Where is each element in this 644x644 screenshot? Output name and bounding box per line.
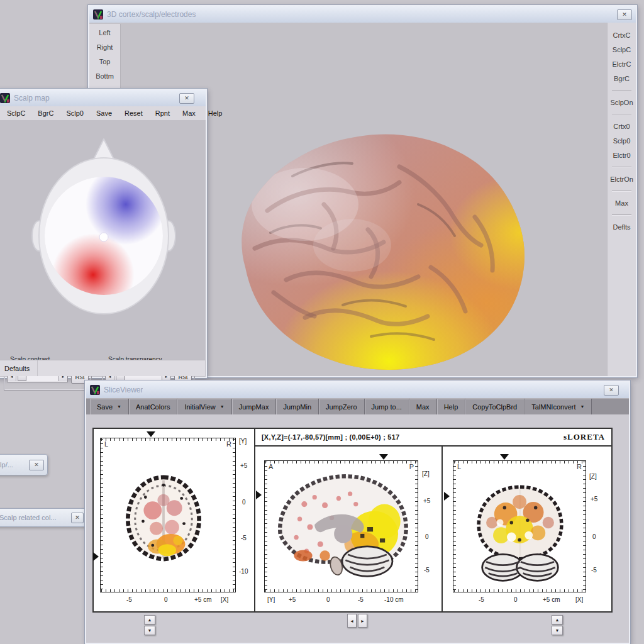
spin-right-icon[interactable]: ► <box>358 614 367 628</box>
scalp-map-titlebar[interactable]: Scalp map ✕ <box>0 90 206 106</box>
menu-jumpzero[interactable]: JumpZero <box>319 399 365 414</box>
max-button[interactable]: Max <box>608 196 636 210</box>
menu-initialview[interactable]: InitialView▼ <box>177 399 231 414</box>
scalp-topography-map[interactable] <box>31 129 176 318</box>
scalp-opacity-button[interactable]: Sclp0 <box>608 133 636 148</box>
coronal-cursor-marker-right[interactable] <box>444 492 450 501</box>
axial-right-marker: R <box>226 440 231 448</box>
scalp-map-menubar: SclpC BgrC Sclp0 Save Reset Rpnt Max Hel… <box>0 106 206 121</box>
axial-cursor-marker-down[interactable] <box>147 431 155 437</box>
view-right-button[interactable]: Right <box>89 40 120 54</box>
menu-max[interactable]: Max <box>409 399 437 414</box>
menu-anatcolors[interactable]: AnatColors <box>129 399 177 414</box>
menu-jumpmax[interactable]: JumpMax <box>232 399 277 414</box>
close-icon: ✕ <box>34 462 39 468</box>
app-icon <box>93 9 103 19</box>
slice-viewer-client: [X,Y,Z]=(-17,-80,57)[mm] ; (0,00E+0) ; 5… <box>92 428 613 613</box>
axis-ticks <box>101 438 235 441</box>
coordinate-readout-bar: [X,Y,Z]=(-17,-80,57)[mm] ; (0,00E+0) ; 5… <box>255 429 611 447</box>
menu-scalp-color[interactable]: SclpC <box>1 106 31 120</box>
scalp-color-button[interactable]: SclpC <box>608 42 636 57</box>
slice-viewer-menubar: Save▼ AnatColors InitialView▼ JumpMax Ju… <box>86 398 629 414</box>
menu-background-color[interactable]: BgrC <box>32 106 59 120</box>
electrode-on-button[interactable]: ElctrOn <box>608 172 636 186</box>
sagittal-cursor-marker-right[interactable] <box>256 491 262 499</box>
view-bottom-button[interactable]: Bottm <box>89 69 120 83</box>
window-scalp-minimized[interactable]: scalp/... ✕ <box>0 454 48 475</box>
app-icon <box>0 93 10 103</box>
sagittal-cursor-marker-down[interactable] <box>379 454 388 460</box>
sagittal-brain-slice[interactable] <box>270 470 413 584</box>
chevron-down-icon: ▼ <box>117 404 121 409</box>
coronal-brain-slice[interactable] <box>470 482 570 583</box>
window-3d-close-button[interactable]: ✕ <box>617 9 632 20</box>
spin-up-icon[interactable]: ▲ <box>552 615 563 625</box>
spin-down-icon[interactable]: ▼ <box>552 626 563 635</box>
sagittal-slice-spinner: ◄ ► <box>347 614 367 628</box>
sagittal-htick: -5 <box>358 596 364 603</box>
sagittal-htick: +5 <box>289 596 296 603</box>
slice-viewer-close-button[interactable]: ✕ <box>604 385 619 396</box>
separator <box>612 90 631 91</box>
axial-cursor-marker-right[interactable] <box>93 552 99 561</box>
scalp-map-close-button[interactable]: ✕ <box>179 93 194 104</box>
scalp-minimized-close-button[interactable]: ✕ <box>29 460 44 470</box>
window-scalp-related[interactable]: Scalp related col... ✕ <box>0 508 87 527</box>
menu-save[interactable]: Save <box>91 106 118 120</box>
spin-left-icon[interactable]: ◄ <box>347 614 357 628</box>
axial-left-marker: L <box>104 440 108 448</box>
close-icon: ✕ <box>184 95 189 101</box>
coronal-slice-frame[interactable]: L R <box>453 460 586 592</box>
menu-jumpmin[interactable]: JumpMin <box>276 399 319 414</box>
menu-max[interactable]: Max <box>177 106 201 120</box>
menu-scalp-opacity[interactable]: Sclp0 <box>60 106 89 120</box>
defaults-button[interactable]: Defaults <box>0 360 38 376</box>
menu-reset[interactable]: Reset <box>119 106 148 120</box>
scalp-map-client: Scalp contrast ◄ ► Rst Scalp transparenc… <box>0 120 206 377</box>
scalp-on-button[interactable]: SclpOn <box>608 95 636 109</box>
axis-ticks <box>415 462 418 591</box>
menu-save[interactable]: Save▼ <box>90 399 129 414</box>
defaults-bar: Defaults <box>0 360 205 376</box>
menu-talmniconvert-label: TalMNIconvert <box>531 403 575 411</box>
panel-divider <box>441 429 443 611</box>
axial-brain-slice[interactable] <box>121 472 206 564</box>
axial-htick: +5 cm <box>194 596 212 603</box>
sagittal-vaxis-label: [Z] <box>422 470 430 477</box>
sagittal-slice-frame[interactable]: A P <box>264 460 418 592</box>
menu-repaint[interactable]: Rpnt <box>150 106 175 120</box>
menu-help[interactable]: Help <box>437 399 466 414</box>
coronal-cursor-marker-down[interactable] <box>500 454 509 460</box>
coronal-right-marker: R <box>577 463 582 470</box>
brain-3d-render[interactable] <box>211 116 535 374</box>
axial-htick: 0 <box>164 596 168 603</box>
background-color-button[interactable]: BgrC <box>608 71 636 86</box>
menu-help[interactable]: Help <box>203 106 228 120</box>
menu-talmniconvert[interactable]: TalMNIconvert▼ <box>525 399 592 414</box>
axis-ticks <box>265 461 417 464</box>
app-icon <box>90 385 100 395</box>
electrode-color-button[interactable]: ElctrC <box>608 57 636 71</box>
sagittal-htick: -10 cm <box>384 596 404 603</box>
spin-down-icon[interactable]: ▼ <box>144 626 155 635</box>
scalp-related-title: Scalp related col... <box>0 514 69 521</box>
panel-divider <box>254 429 255 611</box>
axial-slice-spinner: ▲ ▼ <box>144 615 155 635</box>
scalp-related-close-button[interactable]: ✕ <box>71 513 84 523</box>
window-3d-titlebar[interactable]: 3D cortex/scalp/electrodes ✕ <box>89 6 636 23</box>
defaults-button[interactable]: Deflts <box>608 219 636 234</box>
spin-up-icon[interactable]: ▲ <box>144 615 155 625</box>
view-left-button[interactable]: Left <box>89 25 120 40</box>
axial-slice-frame[interactable]: L R <box>100 438 236 592</box>
chevron-down-icon: ▼ <box>220 404 225 409</box>
cortex-opacity-button[interactable]: Crtx0 <box>608 119 636 133</box>
axial-vtick: 0 <box>242 499 246 506</box>
desktop: 3D cortex/scalp/electrodes ✕ Left Right … <box>0 0 644 644</box>
menu-copytoclipboard[interactable]: CopyToClpBrd <box>465 399 525 414</box>
slice-viewer-titlebar[interactable]: SliceViewer ✕ <box>86 382 629 398</box>
cortex-color-button[interactable]: CrtxC <box>608 28 636 42</box>
view-top-button[interactable]: Top <box>89 54 120 69</box>
slice-viewer-title: SliceViewer <box>104 386 143 394</box>
menu-jumpto[interactable]: Jump to... <box>365 399 409 414</box>
electrode-opacity-button[interactable]: Elctr0 <box>608 148 636 162</box>
